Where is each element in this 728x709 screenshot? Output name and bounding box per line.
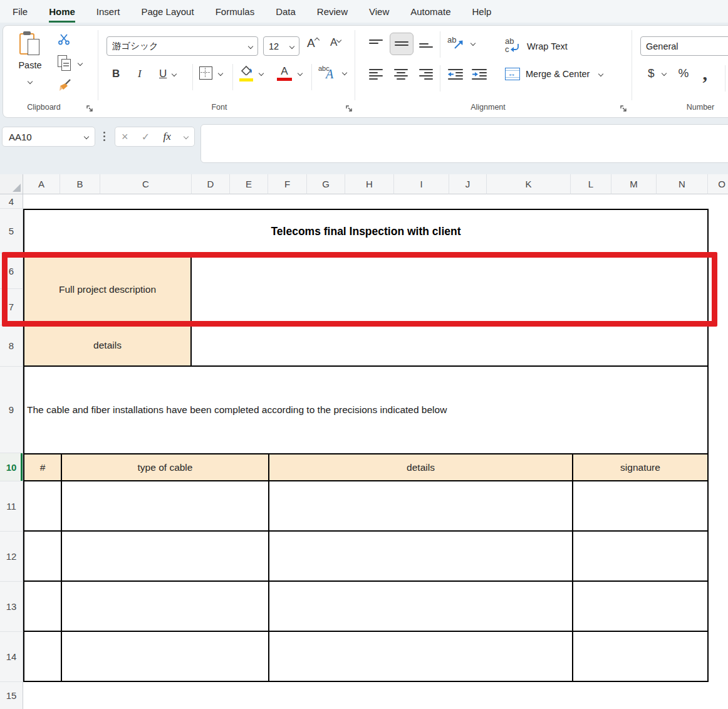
- column-header-K[interactable]: K: [487, 174, 571, 194]
- column-header-H[interactable]: H: [345, 174, 394, 194]
- comma-style-button[interactable]: ,: [702, 68, 707, 79]
- row-header-9[interactable]: 9: [0, 367, 23, 453]
- increase-indent-button[interactable]: [471, 68, 487, 83]
- font-size-combo[interactable]: 12: [263, 36, 299, 56]
- alignment-dialog-launcher[interactable]: [620, 104, 628, 115]
- tab-review[interactable]: Review: [317, 0, 348, 23]
- table-header-type-of-cable[interactable]: type of cable: [61, 453, 268, 481]
- row-header-10[interactable]: 10: [0, 453, 23, 481]
- column-header-L[interactable]: L: [571, 174, 611, 194]
- column-header-A[interactable]: A: [23, 174, 60, 194]
- table-cell[interactable]: [572, 632, 709, 682]
- bold-button[interactable]: B: [112, 68, 120, 80]
- table-cell[interactable]: [572, 481, 709, 532]
- insert-function-button[interactable]: fx: [163, 130, 170, 143]
- align-left-button[interactable]: [368, 68, 383, 83]
- paste-chevron-icon[interactable]: [28, 79, 33, 84]
- column-header-N[interactable]: N: [657, 174, 708, 194]
- tab-view[interactable]: View: [369, 0, 389, 23]
- column-header-D[interactable]: D: [192, 174, 230, 194]
- table-header-signature[interactable]: signature: [572, 453, 709, 481]
- table-cell[interactable]: [61, 582, 268, 632]
- font-dialog-launcher[interactable]: [345, 104, 353, 115]
- accounting-chevron-icon[interactable]: [661, 71, 666, 76]
- table-header-details[interactable]: details: [268, 453, 572, 481]
- table-cell[interactable]: [61, 532, 268, 582]
- table-cell[interactable]: [23, 532, 61, 582]
- cell-title[interactable]: Telecoms final Inspection with client: [23, 209, 709, 253]
- tab-page-layout[interactable]: Page Layout: [141, 0, 194, 23]
- cell-details-label[interactable]: details: [23, 325, 192, 367]
- row-header-8[interactable]: 8: [0, 325, 23, 367]
- paste-button[interactable]: Paste: [16, 31, 44, 100]
- select-all-corner[interactable]: [0, 174, 23, 194]
- table-cell[interactable]: [572, 582, 709, 632]
- fill-color-chevron-icon[interactable]: [259, 71, 264, 76]
- tab-data[interactable]: Data: [276, 0, 296, 23]
- tab-automate[interactable]: Automate: [410, 0, 450, 23]
- table-cell[interactable]: [23, 582, 61, 632]
- column-header-J[interactable]: J: [449, 174, 487, 194]
- middle-align-button[interactable]: [390, 33, 413, 55]
- orientation-chevron-icon[interactable]: [471, 41, 476, 46]
- table-cell[interactable]: [268, 632, 572, 682]
- row-header-5[interactable]: 5: [0, 209, 23, 253]
- shrink-font-button[interactable]: A: [330, 36, 341, 49]
- underline-button[interactable]: U: [159, 68, 176, 80]
- table-cell[interactable]: [572, 532, 709, 582]
- merge-center-chevron-icon[interactable]: [598, 71, 603, 76]
- grow-font-button[interactable]: A: [307, 36, 319, 50]
- tab-insert[interactable]: Insert: [96, 0, 120, 23]
- merge-center-button[interactable]: ↔ Merge & Center: [505, 68, 603, 80]
- align-center-button[interactable]: [393, 68, 408, 83]
- clipboard-dialog-launcher[interactable]: [86, 104, 94, 115]
- enter-button[interactable]: ✓: [142, 131, 150, 143]
- name-box[interactable]: AA10: [2, 127, 95, 147]
- column-header-I[interactable]: I: [394, 174, 449, 194]
- fill-color-button[interactable]: [239, 65, 263, 81]
- phonetic-button[interactable]: abc A: [318, 65, 346, 81]
- italic-button[interactable]: I: [138, 68, 142, 80]
- underline-chevron-icon[interactable]: [172, 71, 177, 76]
- column-header-E[interactable]: E: [230, 174, 268, 194]
- format-painter-button[interactable]: [58, 78, 73, 95]
- row-header-15[interactable]: 15: [0, 682, 23, 709]
- table-cell[interactable]: [61, 481, 268, 532]
- name-box-chevron-icon[interactable]: [84, 134, 89, 139]
- font-color-button[interactable]: A: [277, 66, 302, 81]
- borders-button[interactable]: [199, 66, 222, 80]
- borders-chevron-icon[interactable]: [218, 70, 223, 75]
- row-header-14[interactable]: 14: [0, 632, 23, 682]
- font-color-chevron-icon[interactable]: [298, 71, 303, 76]
- tab-formulas[interactable]: Formulas: [216, 0, 255, 23]
- phonetic-chevron-icon[interactable]: [342, 70, 347, 75]
- accounting-format-button[interactable]: $: [648, 66, 655, 80]
- table-cell[interactable]: [61, 632, 268, 682]
- orientation-button[interactable]: ab: [447, 35, 475, 51]
- number-format-combo[interactable]: General: [640, 36, 728, 56]
- percent-style-button[interactable]: %: [679, 66, 689, 80]
- table-cell[interactable]: [23, 632, 61, 682]
- table-cell[interactable]: [268, 582, 572, 632]
- top-align-button[interactable]: [368, 38, 383, 53]
- tab-help[interactable]: Help: [472, 0, 491, 23]
- copy-button[interactable]: [58, 55, 82, 71]
- table-cell[interactable]: [268, 481, 572, 532]
- row-header-12[interactable]: 12: [0, 532, 23, 582]
- fx-chevron-icon[interactable]: [184, 134, 189, 139]
- copy-chevron-icon[interactable]: [78, 61, 83, 66]
- decrease-indent-button[interactable]: [447, 68, 464, 83]
- cut-button[interactable]: [58, 33, 70, 48]
- row-header-4[interactable]: 4: [0, 194, 23, 209]
- table-cell[interactable]: [268, 532, 572, 582]
- tab-file[interactable]: File: [13, 0, 28, 23]
- column-header-B[interactable]: B: [60, 174, 100, 194]
- column-header-M[interactable]: M: [611, 174, 657, 194]
- bottom-align-button[interactable]: [419, 38, 434, 53]
- font-name-combo[interactable]: 游ゴシック: [107, 36, 258, 56]
- column-header-F[interactable]: F: [268, 174, 307, 194]
- formula-bar-drag-handle[interactable]: [103, 132, 105, 141]
- cell-statement[interactable]: The cable and fiber installations have b…: [23, 367, 709, 453]
- align-right-button[interactable]: [419, 68, 434, 83]
- formula-input[interactable]: [200, 124, 728, 163]
